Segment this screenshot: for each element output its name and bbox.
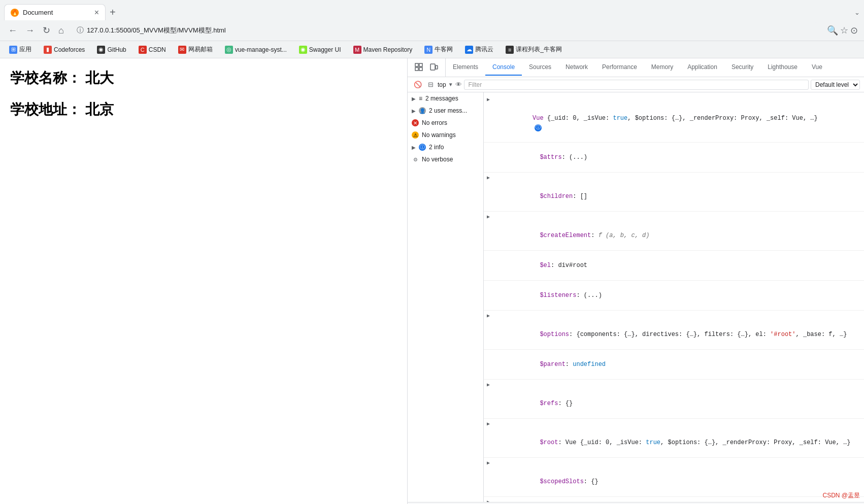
tab-memory[interactable]: Memory: [644, 59, 680, 76]
console-level-select[interactable]: Default level Verbose Info Warnings Erro…: [811, 80, 860, 90]
console-line-listeners: $listeners: (...): [484, 281, 864, 311]
expand-button[interactable]: ▶: [487, 96, 490, 104]
messages-icon: ≡: [419, 95, 422, 102]
console-output: ▶ Vue {_uid: 0, _isVue: true, $options: …: [484, 92, 864, 502]
sidebar-item-info[interactable]: ▶ ⓘ 2 info: [408, 141, 483, 153]
address-bar: ← → ↻ ⌂ ⓘ 127.0.0.1:5500/05_MVVM模型/MVVM模…: [0, 20, 864, 41]
bookmark-github[interactable]: ◉ GitHub: [94, 45, 129, 55]
vue-manage-icon: ◎: [225, 46, 233, 54]
expand-button[interactable]: ▶: [487, 498, 490, 502]
device-toolbar-button[interactable]: [427, 61, 441, 75]
bookmarks-bar: ⊞ 应用 ▮ Codeforces ◉ GitHub C CSDN ✉ 网易邮箱…: [0, 41, 864, 58]
bookmark-csdn[interactable]: C CSDN: [136, 45, 169, 55]
tab-sources[interactable]: Sources: [522, 59, 558, 76]
reload-button[interactable]: ↻: [41, 23, 52, 38]
sidebar-messages-label: 2 messages: [425, 95, 458, 102]
course-icon: ≡: [506, 46, 514, 54]
sidebar-item-errors[interactable]: ✕ No errors: [408, 117, 483, 129]
school-name-label: 学校名称：: [10, 70, 81, 86]
console-sidebar-toggle[interactable]: ⊟: [426, 80, 436, 89]
tab-lighthouse[interactable]: Lighthouse: [760, 59, 805, 76]
page-content: 学校名称： 北大 学校地址： 北京: [0, 58, 407, 504]
tab-network[interactable]: Network: [558, 59, 595, 76]
tab-close-button[interactable]: ×: [94, 9, 99, 17]
home-button[interactable]: ⌂: [56, 23, 66, 38]
back-button[interactable]: ←: [6, 23, 19, 38]
sidebar-item-verbose[interactable]: ⚙ No verbose: [408, 153, 483, 165]
sidebar-errors-label: No errors: [422, 119, 447, 126]
tab-performance[interactable]: Performance: [595, 59, 644, 76]
bookmark-apps[interactable]: ⊞ 应用: [6, 44, 35, 55]
bookmark-tencent[interactable]: ☁ 腾讯云: [462, 44, 496, 55]
tab-security[interactable]: Security: [724, 59, 760, 76]
swagger-icon: ◉: [299, 46, 307, 54]
new-tab-button[interactable]: +: [110, 7, 116, 18]
browser-tab-active[interactable]: 🔥 Document ×: [4, 4, 106, 20]
address-actions: 🔍 ☆ ⊙: [827, 25, 858, 36]
svg-rect-4: [430, 64, 435, 70]
sidebar-verbose-label: No verbose: [422, 156, 453, 163]
expand-arrow-icon: ▶: [412, 96, 416, 102]
svg-rect-2: [415, 68, 418, 71]
tab-vue[interactable]: Vue: [805, 59, 829, 76]
school-name-value: 北大: [85, 70, 114, 86]
console-filter-input[interactable]: [464, 80, 809, 90]
sidebar-item-warnings[interactable]: ⚠ No warnings: [408, 129, 483, 141]
console-line-root: ▶ $root: Vue {_uid: 0, _isVue: true, $op…: [484, 419, 864, 458]
expand-button[interactable]: ▶: [487, 213, 490, 221]
console-line-refs: ▶ $refs: {}: [484, 380, 864, 419]
sidebar-warnings-label: No warnings: [422, 131, 456, 139]
tab-favicon: 🔥: [11, 9, 19, 17]
profile-icon[interactable]: ⊙: [850, 25, 858, 36]
tencent-icon: ☁: [465, 46, 473, 54]
console-clear-button[interactable]: 🚫: [412, 80, 424, 89]
school-addr-value: 北京: [85, 102, 114, 117]
console-line-children: ▶ $children: []: [484, 173, 864, 212]
github-icon: ◉: [97, 46, 105, 54]
tab-elements[interactable]: Elements: [446, 59, 485, 76]
tab-title: Document: [23, 9, 90, 16]
search-icon[interactable]: 🔍: [827, 25, 838, 36]
sidebar-item-messages[interactable]: ▶ ≡ 2 messages: [408, 92, 483, 105]
expand-button[interactable]: ▶: [487, 420, 490, 428]
expand-button[interactable]: ▶: [487, 174, 490, 182]
console-line-el: $el: div#root: [484, 251, 864, 281]
expand-button[interactable]: ▶: [487, 459, 490, 467]
svg-rect-1: [419, 63, 422, 66]
console-eye-icon[interactable]: 👁: [455, 81, 462, 88]
bookmark-niuke[interactable]: N 牛客网: [421, 44, 456, 55]
tab-bar: 🔥 Document × + ⌄: [0, 0, 864, 20]
school-addr-label: 学校地址：: [10, 102, 81, 117]
devtools-action-buttons: [408, 58, 446, 77]
svg-rect-5: [436, 65, 438, 69]
bookmark-vue-manage[interactable]: ◎ vue-manage-syst...: [222, 45, 290, 55]
expand-arrow-icon: ▶: [412, 108, 416, 114]
bookmark-netease[interactable]: ✉ 网易邮箱: [175, 44, 216, 55]
bookmark-codeforces[interactable]: ▮ Codeforces: [41, 45, 88, 55]
sidebar-item-user-messages[interactable]: ▶ 👤 2 user mess...: [408, 105, 483, 117]
bookmark-course[interactable]: ≡ 课程列表_牛客网: [503, 44, 565, 55]
csdn-icon: C: [139, 46, 147, 54]
address-input[interactable]: ⓘ 127.0.0.1:5500/05_MVVM模型/MVVM模型.html: [70, 22, 823, 39]
expand-button[interactable]: ▶: [487, 381, 490, 389]
address-text: 127.0.0.1:5500/05_MVVM模型/MVVM模型.html: [87, 26, 816, 35]
forward-button[interactable]: →: [23, 23, 37, 38]
bookmark-swagger[interactable]: ◉ Swagger UI: [296, 45, 344, 55]
console-context-label: top: [438, 81, 446, 88]
bookmark-maven[interactable]: M Maven Repository: [350, 45, 416, 55]
verbose-icon: ⚙: [412, 156, 419, 163]
sidebar-info-label: 2 info: [429, 144, 444, 151]
console-body: ▶ ≡ 2 messages ▶ 👤 2 user mess... ✕ No e…: [408, 92, 864, 502]
expand-arrow-icon: ▶: [412, 145, 416, 150]
tab-overflow-button[interactable]: ⌄: [854, 9, 860, 16]
inspect-element-button[interactable]: [412, 61, 426, 75]
devtools-panel: Elements Console Sources Network Perform…: [407, 58, 864, 504]
tab-console[interactable]: Console: [485, 59, 522, 76]
tab-application[interactable]: Application: [680, 59, 724, 76]
devtools-toolbar: Elements Console Sources Network Perform…: [408, 58, 864, 77]
console-line-vue: ▶ Vue {_uid: 0, _isVue: true, $options: …: [484, 94, 864, 143]
bookmark-icon[interactable]: ☆: [840, 25, 848, 36]
status-bar: [408, 502, 864, 504]
console-context-dropdown[interactable]: ▼: [448, 82, 453, 87]
expand-button[interactable]: ▶: [487, 312, 490, 320]
